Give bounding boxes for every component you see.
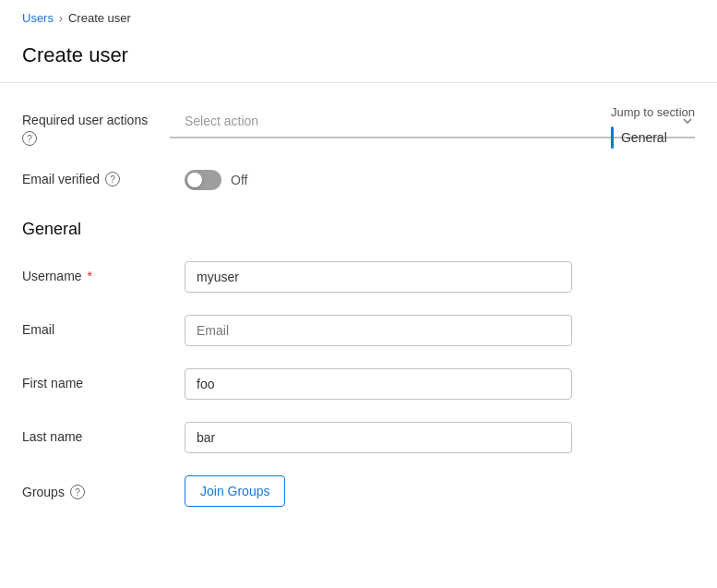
last-name-label-wrapper: Last name (22, 422, 170, 444)
email-verified-label-wrapper: Email verified ? (22, 164, 170, 186)
email-control (185, 315, 572, 346)
toggle-wrapper: Off (185, 164, 247, 190)
groups-label: Groups (22, 485, 65, 499)
username-input[interactable] (185, 261, 572, 293)
email-label: Email (22, 322, 54, 337)
breadcrumb-current: Create user (68, 11, 131, 25)
username-label: Username (22, 269, 82, 283)
breadcrumb-separator: › (59, 12, 63, 25)
email-verified-row: Email verified ? Off (22, 164, 695, 190)
email-input[interactable] (185, 315, 572, 346)
first-name-input[interactable] (185, 368, 572, 400)
first-name-label: First name (22, 376, 83, 390)
username-row: Username * (22, 261, 695, 293)
general-section-title: General (22, 220, 695, 239)
breadcrumb: Users › Create user (0, 0, 717, 36)
groups-row: Groups ? Join Groups (22, 475, 695, 507)
last-name-row: Last name (22, 422, 695, 453)
jump-item-general-label: General (621, 130, 667, 145)
username-control (185, 261, 572, 293)
jump-to-section-panel: Jump to section General (611, 105, 695, 149)
required-actions-row: Required user actions ? Select action (22, 105, 695, 146)
groups-label-wrapper: Groups ? (22, 475, 170, 499)
required-actions-help-icon[interactable]: ? (22, 131, 37, 146)
first-name-row: First name (22, 368, 695, 400)
main-content: Jump to section General Required user ac… (0, 83, 717, 551)
username-required-star: * (88, 269, 92, 283)
first-name-control (185, 368, 572, 400)
last-name-input[interactable] (185, 422, 572, 453)
required-actions-label-text: Required user actions (22, 113, 148, 127)
toggle-state-label: Off (231, 173, 247, 187)
page-title: Create user (0, 36, 717, 82)
jump-to-section-label: Jump to section (611, 105, 695, 119)
breadcrumb-users-link[interactable]: Users (22, 11, 54, 25)
groups-help-icon[interactable]: ? (70, 485, 85, 499)
join-groups-button[interactable]: Join Groups (185, 475, 285, 507)
email-verified-help-icon[interactable]: ? (105, 172, 120, 186)
last-name-control (185, 422, 572, 453)
email-row: Email (22, 315, 695, 346)
jump-to-general[interactable]: General (611, 126, 695, 149)
required-actions-label-wrapper: Required user actions ? (22, 105, 170, 146)
username-label-wrapper: Username * (22, 261, 170, 283)
jump-item-bar (611, 126, 614, 149)
email-verified-toggle[interactable] (185, 170, 221, 190)
last-name-label: Last name (22, 429, 82, 444)
email-label-wrapper: Email (22, 315, 170, 337)
first-name-label-wrapper: First name (22, 368, 170, 390)
groups-control: Join Groups (185, 475, 572, 507)
toggle-thumb (187, 173, 202, 187)
email-verified-label: Email verified (22, 172, 100, 186)
